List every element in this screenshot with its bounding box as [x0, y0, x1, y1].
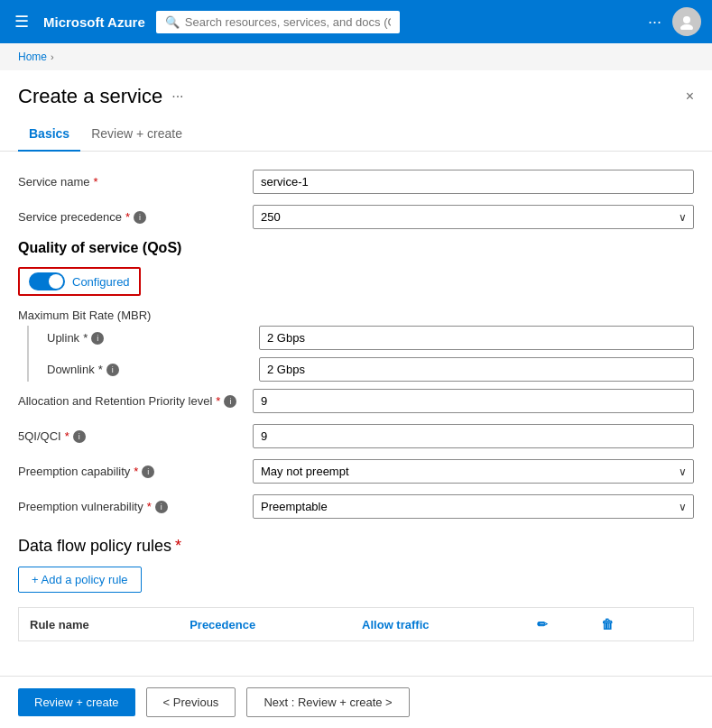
- mbr-rows: Uplink * i Downlink * i: [27, 326, 694, 382]
- search-icon: 🔍: [165, 15, 180, 29]
- allocation-input[interactable]: [253, 389, 694, 413]
- preemption-vuln-info-icon[interactable]: i: [155, 501, 168, 513]
- preemption-vuln-label: Preemption vulnerability * i: [18, 500, 253, 513]
- form-content: Service name * Service precedence * i 25…: [0, 152, 712, 659]
- topbar: ☰ Microsoft Azure 🔍 ···: [0, 0, 712, 43]
- allocation-row: Allocation and Retention Priority level …: [18, 389, 694, 413]
- tab-basics[interactable]: Basics: [18, 119, 80, 152]
- 5qi-info-icon[interactable]: i: [73, 430, 86, 443]
- tab-review-create[interactable]: Review + create: [80, 119, 193, 152]
- qos-section-title: Quality of service (QoS): [18, 240, 694, 256]
- avatar[interactable]: [672, 7, 701, 36]
- preemption-vuln-row: Preemption vulnerability * i Preemptable…: [18, 494, 694, 519]
- close-button[interactable]: ×: [686, 88, 694, 105]
- main-panel: Create a service ··· × Basics Review + c…: [0, 70, 712, 720]
- col-rule-name: Rule name: [19, 608, 180, 641]
- review-create-button[interactable]: Review + create: [18, 688, 135, 716]
- uplink-row: Uplink * i: [47, 326, 694, 350]
- col-allow-traffic: Allow traffic: [351, 608, 526, 641]
- preemption-cap-info-icon[interactable]: i: [142, 465, 154, 478]
- qos-toggle[interactable]: [29, 272, 65, 290]
- svg-point-0: [683, 16, 690, 23]
- search-input[interactable]: [185, 15, 392, 29]
- bottom-bar: Review + create < Previous Next : Review…: [0, 676, 712, 728]
- mbr-title: Maximum Bit Rate (MBR): [18, 309, 694, 322]
- qos-toggle-row: Configured: [18, 267, 694, 296]
- col-edit-icon-header: ✏: [526, 608, 590, 641]
- tabs-bar: Basics Review + create: [0, 108, 712, 152]
- service-precedence-select[interactable]: 250: [253, 205, 694, 229]
- preemption-cap-row: Preemption capability * i May not preemp…: [18, 459, 694, 484]
- data-flow-title: Data flow policy rules *: [18, 537, 694, 556]
- downlink-label: Downlink * i: [47, 363, 259, 376]
- service-name-row: Service name *: [18, 170, 694, 194]
- uplink-label: Uplink * i: [47, 331, 259, 345]
- search-box[interactable]: 🔍: [156, 11, 401, 33]
- service-precedence-row: Service precedence * i 250 ∨: [18, 205, 694, 229]
- policy-rules-table: Rule name Precedence Allow traffic ✏ 🗑 ↖: [18, 607, 694, 641]
- col-delete-icon-header: 🗑: [590, 608, 658, 641]
- mbr-section: Maximum Bit Rate (MBR) Uplink * i Downli…: [18, 309, 694, 382]
- preemption-cap-label: Preemption capability * i: [18, 465, 253, 478]
- next-review-create-button[interactable]: Next : Review + create >: [246, 687, 409, 717]
- col-precedence: Precedence: [179, 608, 351, 641]
- col-cursor: ↖: [658, 608, 694, 641]
- preemption-vuln-select-wrapper: Preemptable Not preemptable ∨: [253, 494, 694, 519]
- preemption-cap-select-wrapper: May not preempt May preempt ∨: [253, 459, 694, 484]
- app-title: Microsoft Azure: [43, 14, 145, 30]
- qos-toggle-highlight: Configured: [18, 267, 141, 296]
- service-precedence-info-icon[interactable]: i: [134, 211, 146, 224]
- downlink-input[interactable]: [259, 357, 694, 382]
- breadcrumb-home[interactable]: Home: [18, 51, 47, 63]
- service-name-input[interactable]: [253, 170, 694, 194]
- 5qi-label: 5QI/QCI * i: [18, 429, 253, 443]
- preemption-cap-select[interactable]: May not preempt May preempt: [253, 459, 694, 484]
- panel-header: Create a service ··· ×: [0, 70, 712, 108]
- svg-point-1: [680, 24, 693, 30]
- downlink-info-icon[interactable]: i: [106, 364, 119, 376]
- data-flow-section: Data flow policy rules * + Add a policy …: [18, 537, 694, 641]
- preemption-vuln-select[interactable]: Preemptable Not preemptable: [253, 494, 694, 519]
- qos-toggle-slider: [29, 272, 65, 290]
- hamburger-icon[interactable]: ☰: [11, 8, 32, 35]
- breadcrumb: Home ›: [0, 43, 712, 70]
- panel-title: Create a service ···: [18, 85, 184, 108]
- add-policy-rule-button[interactable]: + Add a policy rule: [18, 567, 142, 593]
- table-header: Rule name Precedence Allow traffic ✏ 🗑 ↖: [19, 608, 694, 641]
- breadcrumb-separator: ›: [51, 51, 54, 62]
- 5qi-row: 5QI/QCI * i: [18, 424, 694, 448]
- service-precedence-label: Service precedence * i: [18, 210, 253, 224]
- 5qi-input[interactable]: [253, 424, 694, 448]
- panel-title-options-icon[interactable]: ···: [171, 88, 183, 105]
- uplink-input[interactable]: [259, 326, 694, 350]
- edit-header-icon[interactable]: ✏: [537, 617, 548, 631]
- more-options-icon[interactable]: ···: [648, 13, 661, 32]
- allocation-info-icon[interactable]: i: [224, 395, 236, 408]
- service-precedence-select-wrapper: 250 ∨: [253, 205, 694, 229]
- delete-header-icon[interactable]: 🗑: [601, 617, 614, 631]
- allocation-label: Allocation and Retention Priority level …: [18, 394, 253, 408]
- required-indicator: *: [93, 175, 97, 189]
- uplink-info-icon[interactable]: i: [91, 332, 104, 345]
- previous-button[interactable]: < Previous: [146, 687, 236, 717]
- downlink-row: Downlink * i: [47, 357, 694, 382]
- qos-toggle-label: Configured: [72, 275, 130, 289]
- panel-title-text: Create a service: [18, 85, 162, 108]
- service-name-label: Service name *: [18, 175, 253, 189]
